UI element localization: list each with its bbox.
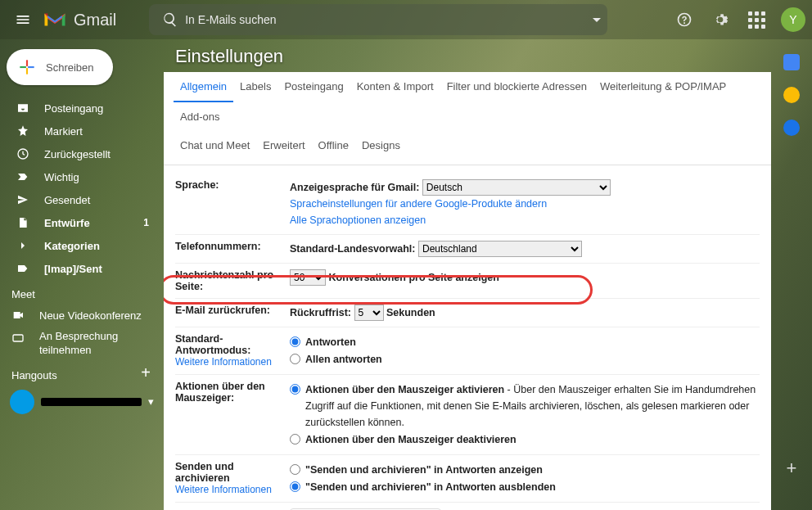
language-other-products-link[interactable]: Spracheinstellungen für andere Google-Pr… <box>290 198 547 210</box>
country-code-select[interactable]: Deutschland <box>418 241 582 257</box>
compose-button[interactable]: Schreiben <box>7 49 113 85</box>
clock-icon <box>16 147 29 160</box>
label-icon <box>16 262 29 275</box>
search-icon <box>162 11 178 28</box>
support-button[interactable] <box>668 3 701 36</box>
row-text-style: Standardtextstil: (Über die Schaltfläche… <box>175 503 760 510</box>
reply-radio-replyall[interactable] <box>290 354 300 364</box>
language-select[interactable]: Deutsch <box>422 179 611 196</box>
app-header: Gmail In E-Mails suchen Y <box>0 0 812 39</box>
tab-inbox[interactable]: Posteingang <box>277 72 350 102</box>
tasks-addon[interactable] <box>783 120 800 136</box>
nav-starred[interactable]: Markiert <box>0 120 164 142</box>
search-placeholder: In E-Mails suchen <box>185 13 276 26</box>
send-archive-more-link[interactable]: Weitere Informationen <box>175 484 272 495</box>
drafts-count: 1 <box>143 217 149 228</box>
row-send-archive: Senden und archivieren Weitere Informati… <box>175 455 760 503</box>
tab-general[interactable]: Allgemein <box>174 72 233 102</box>
row-hover-actions: Aktionen über den Mauszeiger: Aktionen ü… <box>175 375 760 455</box>
undo-send-label: E-Mail zurückrufen: <box>175 305 290 321</box>
inbox-icon <box>16 102 29 115</box>
nav-snoozed[interactable]: Zurückgestellt <box>0 142 164 165</box>
main-area: Schreiben Posteingang Markiert Zurückges… <box>0 39 812 510</box>
page-size-select[interactable]: 50 <box>290 269 326 286</box>
hamburger-icon <box>15 11 31 28</box>
settings-tabs-row2: Chat und Meet Erweitert Offline Designs <box>164 131 771 165</box>
language-all-options-link[interactable]: Alle Sprachoptionen anzeigen <box>290 214 426 226</box>
settings-tabs-row1: Allgemein Labels Posteingang Konten & Im… <box>164 72 771 131</box>
row-default-reply: Standard-Antwortmodus: Weitere Informati… <box>175 327 760 375</box>
sendarch-radio-show[interactable] <box>290 464 300 475</box>
settings-panel: Allgemein Labels Posteingang Konten & Im… <box>164 72 771 510</box>
row-language: Sprache: Anzeigesprache für Gmail: Deuts… <box>175 174 760 235</box>
display-language-label: Anzeigesprache für Gmail: <box>290 182 419 193</box>
plus-icon <box>16 56 38 78</box>
default-reply-more-link[interactable]: Weitere Informationen <box>175 356 272 368</box>
apps-icon <box>748 11 765 29</box>
tab-filters[interactable]: Filter und blockierte Adressen <box>440 72 593 102</box>
side-panel: + <box>771 39 812 510</box>
nav-categories[interactable]: Kategorien <box>0 234 164 257</box>
main-menu-button[interactable] <box>7 3 39 36</box>
tab-chat[interactable]: Chat und Meet <box>174 131 256 160</box>
row-phone: Telefonnummern: Standard-Landesvorwahl: … <box>175 235 760 264</box>
meet-new[interactable]: Neue Videokonferenz <box>0 304 164 327</box>
video-icon <box>11 309 25 322</box>
phone-label: Telefonnummern: <box>175 241 290 257</box>
language-label: Sprache: <box>175 179 290 228</box>
keep-addon[interactable] <box>783 87 800 103</box>
tab-accounts[interactable]: Konten & Import <box>350 72 440 102</box>
undo-suffix: Sekunden <box>386 307 435 318</box>
hover-radio-disable[interactable] <box>290 434 300 445</box>
send-archive-label: Senden und archivieren <box>175 461 234 484</box>
tab-addons[interactable]: Add-ons <box>174 102 226 131</box>
undo-period-select[interactable]: 5 <box>354 305 384 321</box>
hangouts-presence[interactable]: ▾ <box>0 385 164 419</box>
presence-avatar <box>10 390 34 414</box>
svg-rect-1 <box>13 335 23 341</box>
page-size-label: Nachrichtenzahl pro Seite: <box>175 269 290 292</box>
gmail-icon <box>43 10 67 29</box>
row-undo-send: E-Mail zurückrufen: Rückruffrist: 5 Seku… <box>175 299 760 327</box>
compose-label: Schreiben <box>46 61 94 74</box>
undo-prefix: Rückruffrist: <box>290 307 351 318</box>
gmail-logo[interactable]: Gmail <box>43 10 116 29</box>
hangouts-add-button[interactable]: + <box>136 363 156 382</box>
search-options-caret[interactable] <box>593 18 601 22</box>
nav-imap-sent[interactable]: [Imap]/Sent <box>0 257 164 280</box>
page-size-suffix: Konversationen pro Seite anzeigen <box>328 272 498 283</box>
nav-drafts[interactable]: Entwürfe1 <box>0 211 164 234</box>
important-icon <box>16 170 29 183</box>
get-addons-button[interactable]: + <box>783 459 801 477</box>
star-icon <box>16 124 29 138</box>
settings-body: Sprache: Anzeigesprache für Gmail: Deuts… <box>164 165 771 510</box>
nav-important[interactable]: Wichtig <box>0 165 164 188</box>
nav-sent[interactable]: Gesendet <box>0 188 164 211</box>
meet-join[interactable]: An Besprechung teilnehmen <box>0 327 164 361</box>
reply-radio-reply[interactable] <box>290 336 300 347</box>
row-page-size: Nachrichtenzahl pro Seite: 50 Konversati… <box>175 264 760 299</box>
tab-designs[interactable]: Designs <box>355 131 407 160</box>
nav-inbox[interactable]: Posteingang <box>0 97 164 120</box>
tab-forwarding[interactable]: Weiterleitung & POP/IMAP <box>593 72 733 102</box>
chevron-right-icon <box>16 239 29 252</box>
calendar-addon[interactable] <box>783 54 800 70</box>
logo-text: Gmail <box>74 11 116 29</box>
sendarch-radio-hide[interactable] <box>290 481 300 492</box>
default-country-label: Standard-Landesvorwahl: <box>290 243 416 255</box>
hangouts-section-label: Hangouts <box>0 361 57 385</box>
gear-icon <box>712 11 729 28</box>
settings-button[interactable] <box>704 3 737 36</box>
account-avatar[interactable]: Y <box>781 7 805 32</box>
tab-labels[interactable]: Labels <box>233 72 277 102</box>
tab-offline[interactable]: Offline <box>312 131 355 160</box>
apps-button[interactable] <box>740 3 773 36</box>
search-bar[interactable]: In E-Mails suchen <box>149 4 607 35</box>
draft-icon <box>16 216 29 229</box>
hover-radio-enable[interactable] <box>290 384 300 395</box>
page-title: Einstellungen <box>175 46 283 67</box>
help-icon <box>676 11 692 28</box>
send-icon <box>16 193 29 206</box>
tab-advanced[interactable]: Erweitert <box>256 131 311 160</box>
meet-section-label: Meet <box>0 280 164 304</box>
